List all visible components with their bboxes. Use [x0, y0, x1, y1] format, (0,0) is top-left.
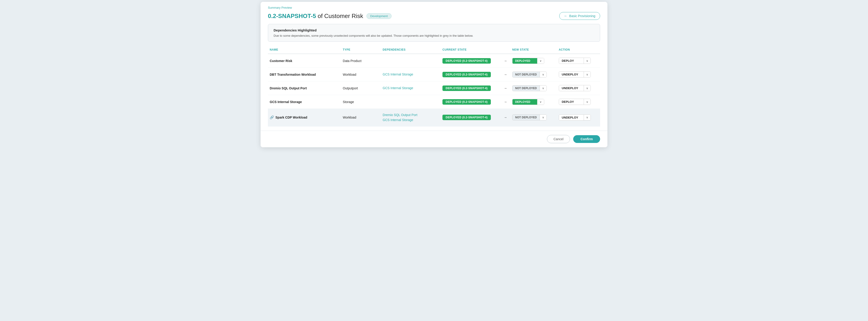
cell-new-state: DEPLOYED∨ [510, 95, 557, 109]
back-arrow-icon: ← [564, 14, 568, 18]
modal-header: Summary Preview 0.2-SNAPSHOT-5 of Custom… [260, 2, 608, 24]
dependency-link[interactable]: GCS Internal Storage [383, 118, 439, 122]
cell-name: 🔗Spark CDP Workload [268, 109, 341, 127]
new-state-label: DEPLOYED [513, 58, 537, 64]
select-caret-icon[interactable]: ∨ [537, 58, 544, 64]
row-name-text: Customer Risk [270, 59, 292, 63]
cell-current-state: DEPLOYED (0.2-SNAPSHOT-4) [441, 54, 500, 68]
table-row: Dremio SQL Output PortOutputportGCS Inte… [268, 82, 600, 95]
cell-action: UNDEPLOY∨ [557, 109, 600, 127]
table-row: 🔗Spark CDP WorkloadWorkloadDremio SQL Ou… [268, 109, 600, 127]
back-button-label: Basic Provisioning [569, 14, 595, 18]
row-name-text: DBT Transformation Workload [270, 73, 316, 76]
cell-dependencies [381, 95, 441, 109]
select-caret-icon[interactable]: ∨ [540, 86, 547, 91]
current-state-badge: DEPLOYED (0.2-SNAPSHOT-4) [442, 72, 491, 77]
cell-dependencies: Dremio SQL Output PortGCS Internal Stora… [381, 109, 441, 127]
action-select[interactable]: UNDEPLOY∨ [559, 115, 591, 121]
select-caret-icon[interactable]: ∨ [540, 72, 547, 77]
modal-container: Summary Preview 0.2-SNAPSHOT-5 of Custom… [260, 2, 608, 147]
select-caret-icon[interactable]: ∨ [540, 115, 547, 120]
table-body: Customer RiskData ProductDEPLOYED (0.2-S… [268, 54, 600, 126]
col-header-action: ACTION [557, 46, 600, 54]
action-select[interactable]: UNDEPLOY∨ [559, 71, 591, 77]
action-select[interactable]: DEPLOY∨ [559, 99, 591, 105]
cell-type: Outputport [341, 82, 381, 95]
action-label: UNDEPLOY [559, 115, 584, 120]
cell-arrow: → [500, 54, 510, 68]
cell-new-state: NOT DEPLOYED∨ [510, 68, 557, 82]
cell-type: Data Product [341, 54, 381, 68]
row-name-text: GCS Internal Storage [270, 100, 302, 104]
action-caret-icon[interactable]: ∨ [584, 115, 591, 120]
row-name-text: Dremio SQL Output Port [270, 87, 307, 90]
dependency-link[interactable]: GCS Internal Storage [383, 72, 439, 77]
cell-name: Customer Risk [268, 54, 341, 68]
cell-new-state: DEPLOYED∨ [510, 54, 557, 68]
title-left: 0.2-SNAPSHOT-5 of Customer Risk Developm… [268, 12, 392, 20]
title-row: 0.2-SNAPSHOT-5 of Customer Risk Developm… [268, 12, 600, 20]
cell-type: Storage [341, 95, 381, 109]
col-header-dependencies: DEPENDENCIES [381, 46, 441, 54]
cell-name: Dremio SQL Output Port [268, 82, 341, 95]
action-caret-icon[interactable]: ∨ [584, 58, 591, 64]
cell-type: Workload [341, 68, 381, 82]
action-label: UNDEPLOY [559, 72, 584, 77]
action-caret-icon[interactable]: ∨ [584, 72, 591, 77]
dependency-link[interactable]: GCS Internal Storage [383, 86, 439, 91]
new-state-select[interactable]: DEPLOYED∨ [512, 99, 544, 105]
dep-desc: Due to some dependencies, some previousl… [274, 34, 594, 37]
confirm-button[interactable]: Confirm [573, 135, 600, 143]
modal-footer: Cancel Confirm [260, 131, 608, 147]
new-state-select[interactable]: NOT DEPLOYED∨ [512, 115, 547, 120]
action-select[interactable]: UNDEPLOY∨ [559, 85, 591, 91]
current-state-badge: DEPLOYED (0.2-SNAPSHOT-4) [442, 58, 491, 64]
cell-new-state: NOT DEPLOYED∨ [510, 109, 557, 127]
cell-arrow: → [500, 68, 510, 82]
action-caret-icon[interactable]: ∨ [584, 86, 591, 91]
new-state-select[interactable]: DEPLOYED∨ [512, 58, 544, 64]
current-state-badge: DEPLOYED (0.2-SNAPSHOT-4) [442, 86, 491, 91]
cell-new-state: NOT DEPLOYED∨ [510, 82, 557, 95]
new-state-select[interactable]: NOT DEPLOYED∨ [512, 72, 547, 77]
link-icon: 🔗 [270, 115, 274, 120]
cancel-button[interactable]: Cancel [547, 135, 570, 143]
back-provisioning-button[interactable]: ← Basic Provisioning [559, 12, 600, 20]
summary-preview-label: Summary Preview [268, 6, 600, 9]
col-header-name: NAME [268, 46, 341, 54]
table-row: GCS Internal StorageStorageDEPLOYED (0.2… [268, 95, 600, 109]
data-table: NAME TYPE DEPENDENCIES CURRENT STATE NEW… [268, 46, 600, 127]
env-badge: Development [367, 13, 392, 19]
cell-name: DBT Transformation Workload [268, 68, 341, 82]
col-header-new-state: NEW STATE [510, 46, 557, 54]
cell-action: UNDEPLOY∨ [557, 68, 600, 82]
select-caret-icon[interactable]: ∨ [537, 99, 544, 105]
cell-action: DEPLOY∨ [557, 54, 600, 68]
new-state-label: DEPLOYED [513, 99, 537, 105]
action-label: UNDEPLOY [559, 85, 584, 91]
row-name-text: Spark CDP Workload [275, 116, 307, 119]
current-state-badge: DEPLOYED (0.2-SNAPSHOT-4) [442, 99, 491, 105]
table-section: NAME TYPE DEPENDENCIES CURRENT STATE NEW… [260, 46, 608, 131]
cell-action: UNDEPLOY∨ [557, 82, 600, 95]
current-state-badge: DEPLOYED (0.2-SNAPSHOT-4) [442, 115, 491, 120]
dependency-link[interactable]: Dremio SQL Output Port [383, 113, 439, 118]
version-title: 0.2-SNAPSHOT-5 of Customer Risk [268, 12, 363, 20]
action-caret-icon[interactable]: ∨ [584, 99, 591, 105]
action-label: DEPLOY [559, 99, 584, 105]
new-state-select[interactable]: NOT DEPLOYED∨ [512, 85, 547, 91]
cell-name: GCS Internal Storage [268, 95, 341, 109]
cell-type: Workload [341, 109, 381, 127]
dependencies-box: Dependencies Highlighted Due to some dep… [268, 24, 600, 42]
cell-current-state: DEPLOYED (0.2-SNAPSHOT-4) [441, 82, 500, 95]
cell-arrow: → [500, 82, 510, 95]
dep-title: Dependencies Highlighted [274, 28, 594, 32]
cell-dependencies [381, 54, 441, 68]
of-label: of Customer Risk [318, 12, 363, 20]
table-row: DBT Transformation WorkloadWorkloadGCS I… [268, 68, 600, 82]
action-select[interactable]: DEPLOY∨ [559, 58, 591, 64]
col-header-current-state: CURRENT STATE [441, 46, 500, 54]
col-header-arrow [500, 46, 510, 54]
cell-arrow: → [500, 95, 510, 109]
table-head: NAME TYPE DEPENDENCIES CURRENT STATE NEW… [268, 46, 600, 54]
